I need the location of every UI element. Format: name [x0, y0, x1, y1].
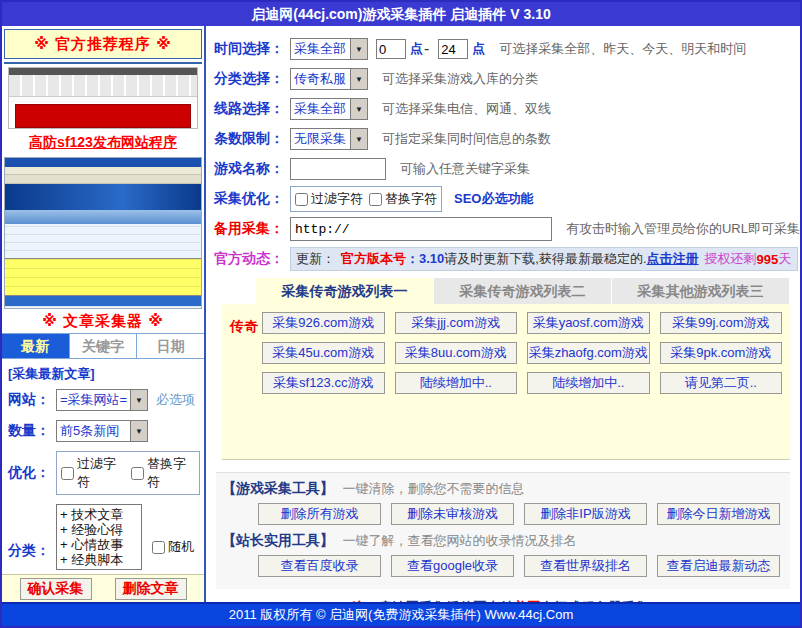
collect-source-button[interactable]: 请见第二页.. — [660, 372, 783, 394]
replace-characters-option: 替换字符 — [369, 190, 437, 208]
line-select-desc: 可选择采集电信、网通、双线 — [382, 100, 551, 118]
limit-row: 条数限制： 无限采集 ▼ 可指定采集同时间信息的条数 — [214, 124, 800, 154]
delete-article-button[interactable]: 删除文章 — [115, 578, 187, 600]
title-bar: 启迪网(44cj.com)游戏采集插件 启迪插件 V 3.10 — [2, 2, 800, 26]
form-section-title: [采集最新文章] — [8, 365, 200, 383]
copyright-text: 2011 版权所有 © 启迪网(免费游戏采集插件) Www.44cj.Com — [229, 607, 574, 622]
chevron-down-icon: ▼ — [130, 421, 147, 441]
count-select[interactable]: 前5条新闻 ▼ — [56, 420, 148, 442]
line-select[interactable]: 采集全部 ▼ — [290, 98, 368, 120]
replace-characters-label: 替换字符 — [385, 190, 437, 208]
app-window: 启迪网(44cj.com)游戏采集插件 启迪插件 V 3.10 ※ 官方推荐程序… — [0, 0, 802, 628]
filter-characters-checkbox[interactable] — [61, 467, 74, 480]
filter-characters-label: 过滤字符 — [77, 455, 125, 491]
site-tools-buttons: 查看百度收录 查看google收录 查看世界级排名 查看启迪最新动态 — [258, 555, 780, 577]
replace-characters-checkbox[interactable] — [369, 193, 382, 206]
news-text: 请及时更新下载,获得最新最稳定的. — [444, 250, 646, 268]
news-update-prefix: 更新： — [296, 250, 335, 268]
collect-source-button[interactable]: 采集zhaofg.com游戏 — [527, 342, 650, 364]
category-item[interactable]: + 心情故事 — [60, 537, 138, 552]
optimize-checkbox-group: 过滤字符 替换字符 — [56, 451, 200, 495]
screenshot1-red-banner — [15, 104, 191, 128]
official-news-label: 官方动态： — [214, 250, 290, 268]
check-baidu-index-button[interactable]: 查看百度收录 — [258, 555, 381, 577]
delete-today-new-games-button[interactable]: 删除今日新增游戏 — [657, 503, 780, 525]
legend-chuanqi-label: 传奇 — [230, 318, 258, 336]
category-listbox[interactable]: + 技术文章 + 经验心得 + 心情故事 + 经典脚本 — [56, 504, 142, 570]
note-text-1: 启迪网采集插件不支持 — [379, 600, 514, 602]
confirm-collect-button[interactable]: 确认采集 — [20, 578, 92, 600]
copyright-bar: 2011 版权所有 © 启迪网(免费游戏采集插件) Www.44cj.Com — [2, 602, 800, 626]
tab-game-list-2[interactable]: 采集传奇游戏列表二 — [434, 278, 612, 304]
collect-source-button[interactable]: 采集9pk.com游戏 — [660, 342, 783, 364]
site-row: 网站： =采集网站= ▼ 必选项 — [8, 389, 200, 411]
collect-source-button[interactable]: 陆续增加中.. — [395, 372, 518, 394]
time-range-select[interactable]: 采集全部 ▼ — [290, 38, 368, 60]
random-label: 随机 — [168, 538, 194, 556]
required-hint: 必选项 — [156, 391, 195, 409]
news-version-label: 官方版本号 — [341, 250, 406, 268]
time-from-input[interactable] — [376, 39, 406, 59]
site-select[interactable]: =采集网站= ▼ — [56, 389, 148, 411]
screenshot1-table — [9, 75, 197, 97]
category-select-row: 分类选择： 传奇私服 ▼ 可选择采集游戏入库的分类 — [214, 64, 800, 94]
collect-source-button[interactable]: 采集99j.com游戏 — [660, 312, 783, 334]
delete-non-ip-games-button[interactable]: 删除非IP版游戏 — [524, 503, 647, 525]
news-version-number: ：3.10 — [406, 250, 444, 268]
site-select-value: =采集网站= — [57, 391, 130, 409]
collect-source-button[interactable]: 采集sf123.cc游戏 — [262, 372, 385, 394]
category-select[interactable]: 传奇私服 ▼ — [290, 68, 368, 90]
check-world-rank-button[interactable]: 查看世界级排名 — [524, 555, 647, 577]
hour-unit-label: 点 — [410, 40, 423, 58]
collect-source-button[interactable]: 采集jjj.com游戏 — [395, 312, 518, 334]
delete-unreviewed-games-button[interactable]: 删除未审核游戏 — [391, 503, 514, 525]
filter-characters-option: 过滤字符 — [295, 190, 363, 208]
sidebar-action-bar: 确认采集 删除文章 — [2, 574, 204, 602]
auth-days-unit: 天 — [778, 250, 791, 268]
footer-note: 注：启迪网采集插件不支持美国空间或服务器采集！ — [214, 599, 800, 602]
game-name-input[interactable] — [290, 158, 386, 180]
game-name-desc: 可输入任意关键字采集 — [400, 160, 530, 178]
replace-characters-option: 替换字符 — [131, 455, 195, 491]
screenshot2-menubar — [5, 167, 201, 175]
screenshot2-site-header — [5, 184, 201, 210]
hour-unit-label: 点 — [472, 40, 485, 58]
sidebar-tab-date[interactable]: 日期 — [137, 334, 204, 358]
tab-game-list-1[interactable]: 采集传奇游戏列表一 — [256, 278, 434, 304]
collect-source-button[interactable]: 采集926.com游戏 — [262, 312, 385, 334]
chevron-down-icon: ▼ — [350, 99, 367, 119]
collect-source-button[interactable]: 陆续增加中.. — [527, 372, 650, 394]
backup-url-input[interactable] — [290, 217, 552, 241]
time-range-value: 采集全部 — [291, 40, 350, 58]
time-select-row: 时间选择： 采集全部 ▼ 点 - 点 可选择采集全部、昨天、今天、明天和时间 — [214, 34, 800, 64]
main-layout: ※ 官方推荐程序 ※ 高防sf123发布网站程序 — [2, 26, 800, 602]
time-to-input[interactable] — [438, 39, 468, 59]
game-tools-desc: 一键清除，删除您不需要的信息 — [342, 481, 524, 496]
sidebar-tab-keyword[interactable]: 关键字 — [70, 334, 138, 358]
promo-link[interactable]: 高防sf123发布网站程序 — [29, 134, 177, 150]
check-qidi-news-button[interactable]: 查看启迪最新动态 — [657, 555, 780, 577]
count-label: 数量： — [8, 422, 56, 440]
game-tools-title: 【游戏采集工具】 — [222, 480, 334, 496]
register-link[interactable]: 点击注册 — [647, 250, 699, 268]
random-checkbox[interactable] — [152, 541, 165, 554]
backup-collect-desc: 有攻击时输入管理员给你的URL即可采集 — [566, 220, 800, 238]
line-select-label: 线路选择： — [214, 100, 290, 118]
filter-characters-checkbox[interactable] — [295, 193, 308, 206]
collect-source-button[interactable]: 采集45u.com游戏 — [262, 342, 385, 364]
delete-all-games-button[interactable]: 删除所有游戏 — [258, 503, 381, 525]
random-option: 随机 — [152, 538, 194, 556]
limit-select[interactable]: 无限采集 ▼ — [290, 128, 368, 150]
collect-button-grid: 采集926.com游戏 采集jjj.com游戏 采集yaosf.com游戏 采集… — [262, 312, 782, 394]
check-google-index-button[interactable]: 查看google收录 — [391, 555, 514, 577]
replace-characters-checkbox[interactable] — [131, 467, 144, 480]
note-highlight: 美国 — [514, 600, 541, 602]
time-select-label: 时间选择： — [214, 40, 290, 58]
collect-source-button[interactable]: 采集yaosf.com游戏 — [527, 312, 650, 334]
tab-game-list-3[interactable]: 采集其他游戏列表三 — [612, 278, 790, 304]
category-item[interactable]: + 经典脚本 — [60, 552, 138, 567]
collect-source-button[interactable]: 采集8uu.com游戏 — [395, 342, 518, 364]
category-item[interactable]: + 经验心得 — [60, 522, 138, 537]
sidebar-tab-latest[interactable]: 最新 — [2, 334, 70, 358]
category-item[interactable]: + 技术文章 — [60, 507, 138, 522]
